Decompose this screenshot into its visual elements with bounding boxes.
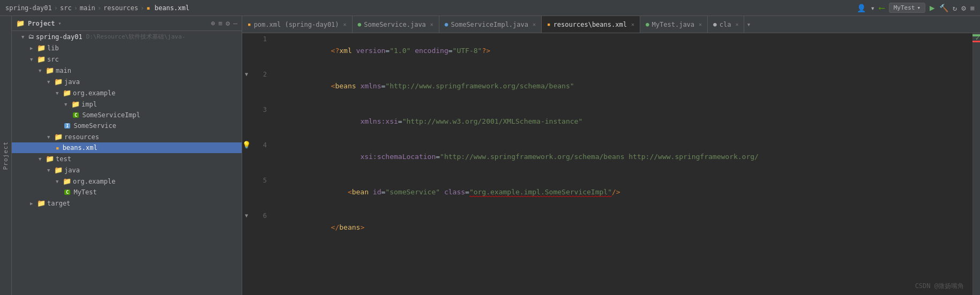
run-icon[interactable]: ▶ [930, 3, 935, 13]
chevron-down-icon: ▾ [917, 4, 921, 11]
tab-pom[interactable]: ▪ pom.xml (spring-day01) ✕ [242, 16, 353, 33]
tab-mytest[interactable]: ● MyTest.java ✕ [640, 16, 708, 33]
close-icon[interactable]: ✕ [735, 21, 738, 27]
tab-cla[interactable]: ● cla ✕ [708, 16, 744, 33]
token: = [436, 153, 440, 161]
expand-icon: ▼ [21, 34, 27, 40]
tree-item-java-test[interactable]: ▼ 📁 java [12, 164, 242, 176]
settings-icon[interactable]: ⚙ [961, 4, 966, 12]
tab-label-someservice: SomeService.java [364, 21, 426, 28]
tree-item-some-service-impl[interactable]: C SomeServiceImpl [12, 110, 242, 120]
sidebar-header: 📁 Project ▾ ⊕ ≡ ⚙ — [12, 16, 242, 31]
token: "org.example.impl.SomeServiceImpl" [469, 188, 612, 196]
tree-item-beans-xml[interactable]: ▪ beans.xml [12, 142, 242, 153]
line-number-6: 6 [251, 210, 272, 222]
tree-item-org-example[interactable]: ▼ 📁 org.example [12, 87, 242, 99]
line-content-1: <?xml version="1.0" encoding="UTF-8"?> [272, 33, 980, 69]
tree-item-some-service[interactable]: I SomeService [12, 120, 242, 131]
build-icon[interactable]: 🔨 [939, 4, 948, 12]
folder-icon: 📁 [37, 199, 46, 207]
folder-icon: 📁 [54, 133, 63, 141]
token [440, 188, 444, 196]
expand-icon: ▼ [64, 102, 70, 107]
fold-end-icon: ▼ [245, 210, 248, 222]
class-icon-c-mytest: C [64, 190, 70, 195]
expand-icon: ▼ [56, 90, 61, 96]
tree-item-main[interactable]: ▼ 📁 main [12, 65, 242, 76]
token: "someService" [385, 188, 440, 196]
class-icon-c: C [73, 112, 79, 118]
app-window: spring-day01 › src › main › resources › … [0, 0, 980, 295]
close-icon[interactable]: ✕ [533, 21, 536, 27]
expand-icon: ▼ [56, 179, 61, 184]
close-icon[interactable]: ✕ [631, 21, 634, 27]
chevron-down-icon: ▾ [58, 20, 62, 26]
line-number-1: 1 [251, 33, 272, 45]
line-content-3: xmlns:xsi="http://www.w3.org/2001/XMLSch… [272, 104, 980, 139]
profile-selector[interactable]: MyTest ▾ [889, 3, 925, 13]
tree-item-target[interactable]: ▶ 📁 target [12, 198, 242, 209]
folder-icon: 📁 [16, 19, 25, 27]
sidebar-toolbar: ⊕ ≡ ⚙ — [211, 19, 237, 27]
folder-icon: 📁 [54, 78, 63, 86]
breadcrumb-project[interactable]: spring-day01 [5, 4, 52, 12]
content-area: Project 📁 Project ▾ ⊕ ≡ ⚙ — ▼ 🗂 spring-d… [0, 16, 980, 295]
close-icon[interactable]: ✕ [699, 21, 702, 27]
project-panel-label[interactable]: Project [0, 16, 12, 295]
tab-someservice[interactable]: ● SomeService.java ✕ [353, 16, 439, 33]
line-gutter-2: ▼ [242, 69, 251, 80]
tree-item-spring-day01[interactable]: ▼ 🗂 spring-day01 D:\Resource\软件技术基础\java… [12, 31, 242, 42]
tree-item-lib[interactable]: ▶ 📁 lib [12, 42, 242, 54]
tree-item-org-example-test[interactable]: ▼ 📁 org.example [12, 176, 242, 187]
settings-icon[interactable]: ⚙ [226, 19, 230, 27]
close-icon[interactable]: ✕ [430, 21, 433, 27]
token: beans [339, 223, 360, 231]
folder-icon: 📁 [71, 100, 80, 108]
tree-label-main: main [56, 67, 71, 74]
tab-label-cla: cla [720, 21, 731, 28]
watermark: CSDN @微扬嘴角 [915, 282, 964, 291]
token: <? [331, 47, 340, 55]
tree-item-java[interactable]: ▼ 📁 java [12, 76, 242, 87]
update-icon[interactable]: ↻ [953, 4, 957, 12]
line-number-5: 5 [251, 175, 272, 186]
tab-beansxml[interactable]: ▪ resources\beans.xml ✕ [542, 16, 640, 33]
tree-item-resources[interactable]: ▼ 📁 resources [12, 131, 242, 142]
tree-item-mytest[interactable]: C MyTest [12, 187, 242, 198]
tree-label-java: java [64, 78, 80, 86]
breadcrumb-src[interactable]: src [60, 4, 72, 12]
expand-icon: ▼ [30, 57, 35, 62]
line-number-2: 2 [251, 69, 272, 80]
expand-icon: ▶ [30, 201, 35, 206]
tab-someserviceimpl[interactable]: ● SomeServiceImpl.java ✕ [439, 16, 542, 33]
more-tabs-btn[interactable]: ▾ [744, 20, 753, 28]
tree-label-beans-xml: beans.xml [63, 144, 98, 152]
line-number-3: 3 [251, 104, 272, 116]
breadcrumb-resources[interactable]: resources [103, 4, 138, 12]
profile-label: MyTest [894, 4, 915, 11]
close-icon[interactable]: ✕ [343, 21, 347, 27]
breadcrumb-main[interactable]: main [80, 4, 95, 12]
tree-label-some-service: SomeService [73, 122, 116, 130]
editor-body[interactable]: 1 <?xml version="1.0" encoding="UTF-8"?>… [242, 33, 980, 295]
token: xsi:schemaLocation [360, 153, 436, 161]
project-tree: 📁 Project ▾ ⊕ ≡ ⚙ — ▼ 🗂 spring-day01 D:\… [12, 16, 242, 295]
breadcrumb-filename: beans.xml [155, 4, 190, 12]
avatar-icon[interactable]: 👤 ▾ [857, 4, 875, 12]
tree-item-impl[interactable]: ▼ 📁 impl [12, 99, 242, 110]
collapse-icon[interactable]: ≡ [219, 19, 223, 27]
tree-item-src[interactable]: ▼ 📁 src [12, 54, 242, 65]
editor-section: ▪ pom.xml (spring-day01) ✕ ● SomeService… [242, 16, 980, 295]
minimize-icon[interactable]: — [233, 19, 237, 27]
project-icon: 🗂 [28, 33, 34, 40]
bulb-icon[interactable]: 💡 [242, 139, 251, 151]
tree-item-test[interactable]: ▼ 📁 test [12, 153, 242, 164]
expand-icon: ▼ [39, 156, 44, 162]
token: "UTF-8" [453, 47, 482, 55]
back-icon[interactable]: ⟵ [879, 3, 885, 13]
locate-icon[interactable]: ⊕ [211, 19, 215, 27]
more-icon[interactable]: ≡ [970, 4, 975, 12]
tree-label-lib: lib [47, 44, 59, 52]
editor-line-1: 1 <?xml version="1.0" encoding="UTF-8"?> [242, 33, 980, 69]
tab-label-someserviceimpl: SomeServiceImpl.java [451, 21, 528, 28]
